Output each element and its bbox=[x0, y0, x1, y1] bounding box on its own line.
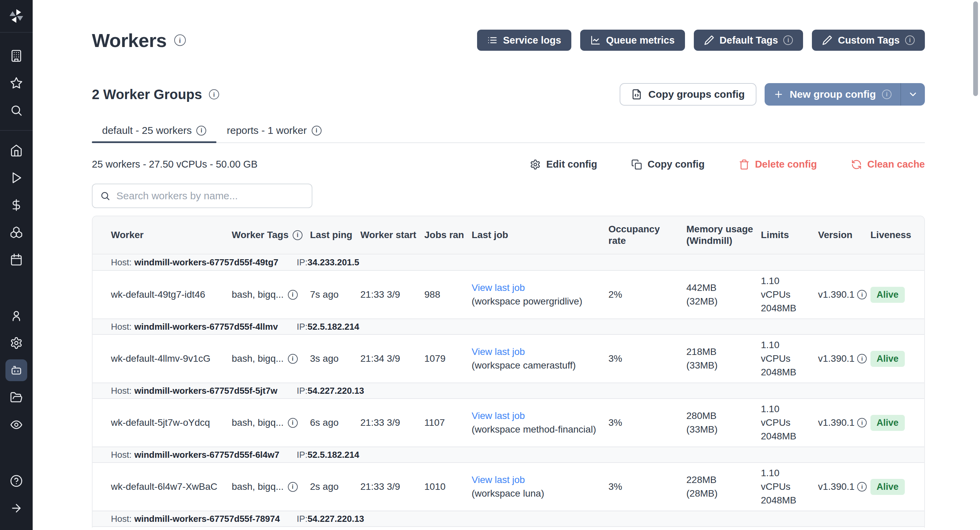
vertical-scrollbar[interactable] bbox=[973, 2, 978, 96]
button-label: Custom Tags bbox=[838, 35, 900, 46]
memory-usage: 218MB (33MB) bbox=[686, 345, 761, 372]
new-group-config-button[interactable]: New group config bbox=[765, 83, 925, 105]
info-icon bbox=[882, 89, 891, 99]
info-icon[interactable] bbox=[288, 290, 298, 300]
last-ping: 2s ago bbox=[310, 481, 360, 492]
dollar-icon[interactable] bbox=[5, 194, 27, 216]
help-icon[interactable] bbox=[5, 470, 27, 492]
memory-windmill: (33MB) bbox=[686, 359, 753, 372]
default-tags-button[interactable]: Default Tags bbox=[694, 30, 803, 51]
limit-memory: 2048MB bbox=[761, 493, 811, 507]
calendar-icon[interactable] bbox=[5, 249, 27, 270]
dropdown-toggle[interactable] bbox=[901, 83, 925, 105]
worker-row: wk-default-4llmv-9v1cG bash, bigq... 3s … bbox=[92, 335, 924, 383]
button-label: Default Tags bbox=[720, 35, 778, 46]
queue-metrics-button[interactable]: Queue metrics bbox=[580, 30, 685, 51]
custom-tags-button[interactable]: Custom Tags bbox=[812, 30, 925, 51]
windmill-logo[interactable] bbox=[0, 0, 33, 33]
tab-reports[interactable]: reports - 1 worker bbox=[216, 125, 331, 142]
workers-table: Worker Worker Tags Last ping Worker star… bbox=[92, 216, 925, 528]
sidebar-divider bbox=[0, 130, 33, 131]
ip-label: IP: bbox=[297, 322, 308, 332]
last-job-workspace: (workspace method-financial) bbox=[472, 423, 601, 436]
info-icon[interactable] bbox=[288, 418, 298, 428]
host-ip: 52.5.182.214 bbox=[308, 322, 360, 332]
column-label: Limits bbox=[761, 229, 789, 241]
memory-usage: 442MB (32MB) bbox=[686, 281, 761, 308]
tab-label: reports - 1 worker bbox=[227, 125, 307, 136]
tab-default[interactable]: default - 25 workers bbox=[92, 125, 216, 142]
memory-usage: 228MB (28MB) bbox=[686, 473, 761, 500]
jobs-ran: 1079 bbox=[424, 353, 472, 364]
boxes-icon[interactable] bbox=[5, 221, 27, 243]
info-icon[interactable] bbox=[857, 290, 867, 299]
info-icon[interactable] bbox=[857, 354, 867, 364]
home-icon[interactable] bbox=[5, 140, 27, 161]
host-row: Host:windmill-workers-67757d55f-4llmv IP… bbox=[92, 318, 924, 335]
host-label: Host: bbox=[111, 450, 132, 460]
clean-cache-button[interactable]: Clean cache bbox=[851, 159, 925, 170]
ip-label: IP: bbox=[297, 514, 308, 524]
action-label: Clean cache bbox=[867, 159, 925, 170]
column-label: Jobs ran bbox=[424, 229, 464, 241]
host-label: Host: bbox=[111, 322, 132, 332]
host-name: windmill-workers-67757d55f-4llmv bbox=[134, 322, 278, 332]
copy-groups-config-button[interactable]: Copy groups config bbox=[620, 83, 756, 105]
last-ping: 6s ago bbox=[310, 417, 360, 428]
info-icon[interactable] bbox=[857, 482, 867, 492]
robot-icon[interactable] bbox=[5, 359, 27, 381]
column-header: Last ping bbox=[310, 216, 360, 254]
limit-cpu: 1.10 vCPUs bbox=[761, 466, 811, 493]
worker-name: wk-default-4llmv-9v1cG bbox=[92, 353, 232, 364]
ip-label: IP: bbox=[297, 450, 308, 460]
info-icon[interactable] bbox=[288, 354, 298, 364]
view-last-job-link[interactable]: View last job bbox=[472, 345, 601, 359]
worker-row: wk-default-5jt7w-oYdcq bash, bigq... 6s … bbox=[92, 399, 924, 447]
user-icon[interactable] bbox=[5, 305, 27, 327]
search-icon[interactable] bbox=[5, 99, 27, 121]
version: v1.390.1 bbox=[818, 481, 854, 492]
info-icon[interactable] bbox=[209, 89, 219, 99]
plus-icon bbox=[773, 89, 784, 99]
column-header: Worker Tags bbox=[232, 216, 310, 254]
view-last-job-link[interactable]: View last job bbox=[472, 281, 601, 295]
header-buttons: Service logs Queue metrics Default Tags … bbox=[477, 30, 925, 51]
button-label: Queue metrics bbox=[606, 35, 675, 46]
copy-icon bbox=[631, 159, 642, 170]
column-label: Last job bbox=[472, 229, 508, 241]
host-row: Host:windmill-workers-67757d55f-49tg7 IP… bbox=[92, 254, 924, 271]
host-row: Host:windmill-workers-67757d55f-6l4w7 IP… bbox=[92, 447, 924, 463]
table-header-row: Worker Worker Tags Last ping Worker star… bbox=[92, 216, 924, 254]
eye-icon[interactable] bbox=[5, 414, 27, 436]
search-workers-input[interactable] bbox=[92, 184, 312, 208]
host-name: windmill-workers-67757d55f-78974 bbox=[134, 514, 280, 524]
action-label: Edit config bbox=[546, 159, 597, 170]
host-ip: 34.233.201.5 bbox=[308, 257, 360, 267]
building-icon[interactable] bbox=[5, 45, 27, 67]
info-icon[interactable] bbox=[857, 418, 867, 428]
info-icon[interactable] bbox=[174, 34, 186, 46]
delete-config-button[interactable]: Delete config bbox=[739, 159, 817, 170]
memory-windmill: (32MB) bbox=[686, 295, 753, 308]
folder-open-icon[interactable] bbox=[5, 386, 27, 409]
info-icon bbox=[905, 35, 915, 45]
column-header: Limits bbox=[761, 216, 818, 254]
worker-name: wk-default-6l4w7-XwBaC bbox=[92, 481, 232, 492]
search-icon bbox=[100, 191, 110, 201]
play-icon[interactable] bbox=[5, 167, 27, 189]
view-last-job-link[interactable]: View last job bbox=[472, 473, 601, 487]
edit-config-button[interactable]: Edit config bbox=[530, 159, 597, 170]
limits: 1.10 vCPUs 2048MB bbox=[761, 466, 818, 507]
column-header: Last job bbox=[472, 216, 608, 254]
host-label: Host: bbox=[111, 257, 132, 267]
view-last-job-link[interactable]: View last job bbox=[472, 409, 601, 423]
host-ip: 54.227.220.13 bbox=[308, 514, 364, 524]
service-logs-button[interactable]: Service logs bbox=[477, 30, 571, 51]
last-ping: 7s ago bbox=[310, 289, 360, 300]
info-icon[interactable] bbox=[288, 482, 298, 492]
liveness-badge: Alive bbox=[870, 287, 905, 303]
gear-icon[interactable] bbox=[5, 332, 27, 354]
arrow-right-icon[interactable] bbox=[5, 497, 27, 519]
copy-config-button[interactable]: Copy config bbox=[631, 159, 705, 170]
star-icon[interactable] bbox=[5, 72, 27, 94]
